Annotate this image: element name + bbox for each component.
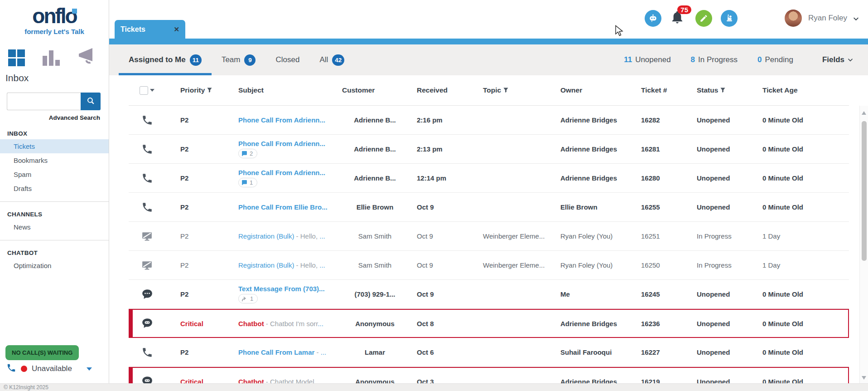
subject-link[interactable]: Phone Call From Ellie Bro...	[238, 203, 328, 211]
column-header-status[interactable]: Status	[691, 86, 754, 94]
grid-icon[interactable]	[8, 49, 25, 66]
sidebar-item-drafts[interactable]: Drafts	[0, 181, 109, 196]
column-header-subject[interactable]: Subject	[227, 86, 342, 94]
notifications-bell-icon[interactable]: 75	[670, 10, 685, 27]
ticket-number-cell: 16282	[632, 116, 691, 124]
scroll-down-arrow-icon[interactable]	[862, 376, 866, 380]
table-row[interactable]: P2 Phone Call From Adrienn... 2 Adrienne…	[129, 135, 849, 164]
table-row[interactable]: P2 Phone Call From Adrienn... 1 Adrienne…	[129, 164, 849, 193]
subject-cell[interactable]: Registration (Bulk) - Hello, ...	[227, 261, 342, 269]
column-header-received[interactable]: Received	[408, 86, 476, 94]
fields-dropdown[interactable]: Fields	[822, 55, 854, 64]
filter-icon	[207, 88, 212, 93]
received-cell: Oct 9	[408, 232, 476, 240]
search-button[interactable]	[81, 93, 101, 110]
summary-in-progress[interactable]: 8In Progress	[691, 55, 738, 64]
chatbot-icon	[129, 376, 165, 383]
tab-all[interactable]: All42	[309, 44, 354, 75]
priority-cell: Critical	[165, 378, 227, 384]
availability-dropdown[interactable]: Unavailable	[6, 363, 92, 375]
subject-link[interactable]: Chatbot	[238, 320, 264, 327]
user-menu[interactable]: Ryan Foley	[808, 14, 847, 23]
no-calls-waiting-button[interactable]: NO CALL(S) WAITING	[5, 345, 79, 360]
subject-cell[interactable]: Phone Call From Adrienn... 2	[227, 140, 342, 158]
subject-cell[interactable]: Chatbot - Chatbot I'm sorr...	[227, 320, 342, 327]
tickets-window-tab[interactable]: Tickets ✕	[115, 20, 185, 39]
column-header-priority[interactable]: Priority	[165, 86, 227, 94]
phone-icon	[129, 143, 165, 155]
subject-cell[interactable]: Text Message From (703)... 1	[227, 285, 342, 303]
search-input[interactable]	[7, 93, 81, 110]
avatar[interactable]	[785, 10, 802, 27]
tab-closed[interactable]: Closed	[265, 44, 309, 75]
vertical-scrollbar[interactable]	[859, 106, 868, 383]
bar-chart-icon[interactable]	[43, 49, 60, 66]
subject-link[interactable]: Text Message From (703)...	[238, 285, 325, 293]
chatbot-assistant-icon[interactable]	[645, 10, 661, 27]
sidebar-item-spam[interactable]: Spam	[0, 167, 109, 181]
table-row[interactable]: P2 Phone Call From Ellie Bro... Ellie Br…	[129, 193, 849, 222]
priority-cell: P2	[165, 348, 227, 356]
owner-cell: Me	[555, 290, 632, 298]
customer-cell: Sam Smith	[342, 261, 408, 269]
subject-cell[interactable]: Registration (Bulk) - Hello, ...	[227, 232, 342, 240]
table-row[interactable]: P2 Registration (Bulk) - Hello, ... Sam …	[129, 222, 849, 251]
checkbox-menu-caret[interactable]	[150, 89, 154, 92]
summary-pending[interactable]: 0Pending	[757, 55, 793, 64]
select-all-checkbox[interactable]	[140, 86, 148, 95]
close-icon[interactable]: ✕	[174, 25, 179, 34]
priority-cell: P2	[165, 290, 227, 298]
status-cell: Unopened	[691, 145, 754, 153]
ticket-age-cell: 0 Minute Old	[754, 203, 849, 211]
section-label-chatbot: CHATBOT	[0, 246, 109, 259]
owner-cell: Adrienne Bridges	[555, 174, 632, 182]
forward-icon	[241, 296, 248, 302]
table-row[interactable]: P2 Text Message From (703)... 1 (703) 92…	[129, 280, 849, 309]
subject-cell[interactable]: Phone Call From Adrienn... 1	[227, 169, 342, 187]
column-header-topic[interactable]: Topic	[476, 86, 555, 94]
table-row[interactable]: Critical Chatbot - Chatbot I'm sorr... A…	[129, 309, 849, 338]
subject-link[interactable]: Phone Call From Adrienn...	[238, 116, 325, 124]
column-header-age[interactable]: Ticket Age	[754, 86, 849, 94]
subject-cell[interactable]: Phone Call From Adrienn...	[227, 116, 342, 124]
sidebar: onflo formerly Let's Talk Inbox Advanced…	[0, 0, 109, 383]
table-row[interactable]: Critical Chatbot - Chatbot Model ... Ano…	[129, 367, 849, 383]
megaphone-icon[interactable]	[77, 47, 99, 66]
table-row[interactable]: P2 Registration (Bulk) - Hello, ... Sam …	[129, 251, 849, 280]
sidebar-item-bookmarks[interactable]: Bookmarks	[0, 153, 109, 167]
chevron-down-icon[interactable]	[853, 15, 858, 21]
table-row[interactable]: P2 Phone Call From Adrienn... Adrienne B…	[129, 106, 849, 135]
scrollbar-thumb[interactable]	[862, 121, 867, 261]
table-row[interactable]: P2 Phone Call From Lamar - ... Lamar Oct…	[129, 338, 849, 367]
advanced-search-link[interactable]: Advanced Search	[0, 110, 109, 121]
compose-pencil-icon[interactable]	[695, 10, 712, 27]
tab-team[interactable]: Team9	[212, 44, 266, 75]
owner-cell: Suhail Farooqui	[555, 348, 632, 356]
priority-cell: P2	[165, 261, 227, 269]
subject-link[interactable]: Phone Call From Lamar	[238, 348, 314, 356]
sidebar-item-news[interactable]: News	[0, 220, 109, 234]
ticket-age-cell: 1 Day	[754, 232, 849, 240]
subject-link[interactable]: Phone Call From Adrienn...	[238, 140, 325, 147]
subject-link[interactable]: Registration (Bulk)	[238, 232, 294, 240]
subject-link[interactable]: Phone Call From Adrienn...	[238, 169, 325, 176]
subject-cell[interactable]: Phone Call From Lamar - ...	[227, 348, 342, 356]
app-window: onflo formerly Let's Talk Inbox Advanced…	[0, 0, 868, 391]
column-header-customer[interactable]: Customer	[342, 86, 408, 94]
status-cell: Unopened	[691, 290, 754, 298]
tab-assigned-to-me[interactable]: Assigned to Me11	[119, 44, 212, 75]
subject-cell[interactable]: Chatbot - Chatbot Model ...	[227, 378, 342, 384]
ticket-age-cell: 0 Minute Old	[754, 290, 849, 298]
subject-link[interactable]: Chatbot	[238, 378, 264, 384]
raise-hand-icon[interactable]	[721, 10, 738, 27]
sidebar-item-tickets[interactable]: Tickets	[0, 139, 109, 153]
subject-cell[interactable]: Phone Call From Ellie Bro...	[227, 203, 342, 211]
subject-link[interactable]: Registration (Bulk)	[238, 261, 294, 269]
column-header-ticket[interactable]: Ticket #	[632, 86, 691, 94]
summary-unopened[interactable]: 11Unopened	[624, 55, 670, 64]
topbar: Tickets ✕ 75 Ryan Foley	[109, 0, 868, 39]
column-header-owner[interactable]: Owner	[555, 86, 632, 94]
received-cell: Oct 8	[408, 320, 476, 327]
scroll-up-arrow-icon[interactable]	[862, 111, 866, 115]
sidebar-item-optimization[interactable]: Optimization	[0, 259, 109, 273]
